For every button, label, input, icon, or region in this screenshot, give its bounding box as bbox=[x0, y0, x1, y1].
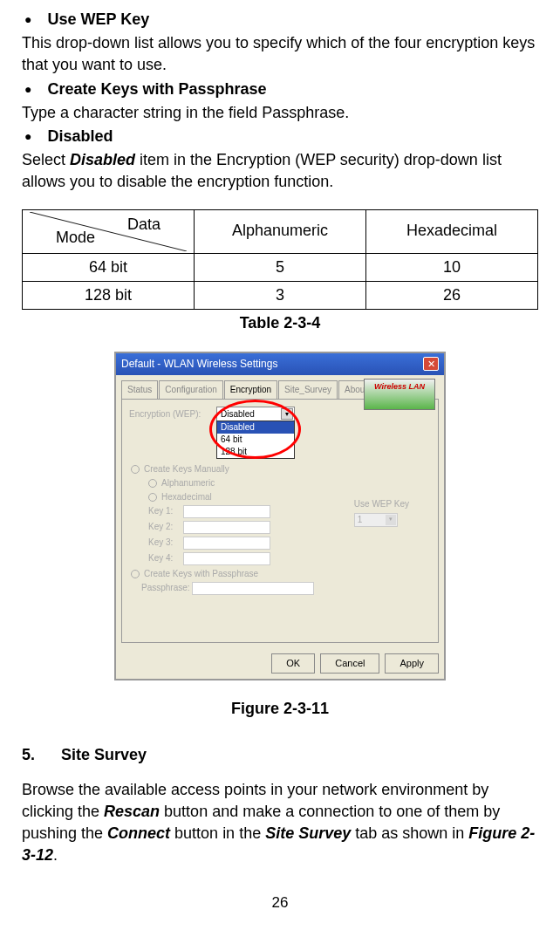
tab-site-survey[interactable]: Site_Survey bbox=[278, 380, 338, 399]
bold-text: Site Survey bbox=[265, 824, 351, 842]
key-label: Key 2: bbox=[148, 521, 183, 533]
table-row: 128 bit 3 26 bbox=[23, 281, 538, 309]
section-heading: 5.Site Survey bbox=[22, 744, 538, 766]
key1-input[interactable] bbox=[183, 505, 270, 518]
section-title: Site Survey bbox=[61, 746, 147, 763]
bold-text: Rescan bbox=[104, 803, 160, 820]
logo-text: Wireless LAN bbox=[374, 382, 425, 391]
tab-status[interactable]: Status bbox=[121, 380, 158, 399]
bold-italic-text: Disabled bbox=[70, 151, 135, 168]
use-wep-label: Use WEP Key bbox=[354, 498, 409, 510]
tabs-row: Status Configuration Encryption Site_Sur… bbox=[116, 375, 444, 399]
key3-row: Key 3: bbox=[148, 537, 431, 550]
table-row: 64 bit 5 10 bbox=[23, 253, 538, 281]
table-cell: 64 bit bbox=[23, 253, 195, 281]
body-text: Type a character string in the field Pas… bbox=[22, 102, 538, 124]
bullet-title: Use WEP Key bbox=[47, 9, 149, 31]
radio-passphrase[interactable]: Create Keys with Passphrase bbox=[131, 568, 431, 580]
use-wep-key-section: Use WEP Key 1 ▾ bbox=[354, 498, 409, 527]
svg-line-0 bbox=[30, 212, 187, 251]
text: . bbox=[53, 846, 58, 864]
bold-text: Connect bbox=[107, 824, 170, 842]
table-header: Hexadecimal bbox=[366, 209, 538, 253]
key4-row: Key 4: bbox=[148, 552, 431, 565]
red-highlight-circle bbox=[209, 400, 301, 459]
table-cell: 3 bbox=[195, 281, 366, 309]
radio-label: Alphanumeric bbox=[161, 477, 215, 489]
select-value: 1 bbox=[358, 515, 363, 524]
radio-alphanumeric[interactable]: Alphanumeric bbox=[148, 477, 431, 489]
key2-input[interactable] bbox=[183, 521, 270, 534]
ok-button[interactable]: OK bbox=[271, 653, 315, 674]
bullet-dot: ● bbox=[24, 79, 31, 100]
tab-encryption[interactable]: Encryption bbox=[224, 380, 277, 399]
use-wep-select[interactable]: 1 ▾ bbox=[354, 513, 398, 527]
key-label: Key 4: bbox=[148, 552, 183, 564]
radio-create-manual[interactable]: Create Keys Manually bbox=[131, 463, 431, 475]
text: Select bbox=[22, 151, 70, 168]
section-number: 5. bbox=[22, 746, 35, 763]
apply-button[interactable]: Apply bbox=[385, 653, 439, 674]
bullet-item-disabled: ● Disabled bbox=[22, 126, 538, 147]
tab-configuration[interactable]: Configuration bbox=[159, 380, 222, 399]
radio-label: Create Keys with Passphrase bbox=[144, 568, 258, 580]
chevron-down-icon: ▾ bbox=[386, 515, 396, 525]
passphrase-input[interactable] bbox=[192, 582, 314, 595]
radio-icon bbox=[148, 479, 157, 488]
key-label: Key 3: bbox=[148, 537, 183, 549]
wireless-lan-logo: Wireless LAN bbox=[364, 379, 435, 410]
radio-label: Hexadecimal bbox=[161, 491, 212, 503]
radio-label: Create Keys Manually bbox=[144, 463, 229, 475]
bullet-title: Disabled bbox=[47, 126, 113, 147]
table-caption: Table 2-3-4 bbox=[22, 312, 538, 334]
bullet-dot: ● bbox=[24, 126, 31, 147]
window-title: Default - WLAN Wireless Settings bbox=[121, 357, 277, 372]
key4-input[interactable] bbox=[183, 552, 270, 565]
bullet-title: Create Keys with Passphrase bbox=[47, 79, 266, 100]
text: tab as shown in bbox=[351, 824, 468, 842]
body-text: Select Disabled item in the Encryption (… bbox=[22, 149, 538, 193]
header-data-label: Data bbox=[127, 214, 160, 236]
radio-icon bbox=[148, 493, 157, 502]
diagonal-line-icon bbox=[30, 212, 187, 251]
passphrase-row: Passphrase: bbox=[141, 582, 431, 595]
figure-caption: Figure 2-3-11 bbox=[22, 698, 538, 720]
encryption-panel: Encryption (WEP): Disabled ▾ Disabled 64… bbox=[121, 399, 439, 643]
page-number: 26 bbox=[22, 892, 538, 913]
table-cell: 128 bit bbox=[23, 281, 195, 309]
cancel-button[interactable]: Cancel bbox=[320, 653, 379, 674]
wlan-settings-window: Default - WLAN Wireless Settings ✕ Statu… bbox=[114, 352, 446, 680]
radio-icon bbox=[131, 465, 140, 474]
passphrase-label: Passphrase: bbox=[141, 582, 192, 594]
table-header: Alphanumeric bbox=[195, 209, 366, 253]
body-text: This drop-down list allows you to specif… bbox=[22, 32, 538, 76]
key3-input[interactable] bbox=[183, 537, 270, 550]
close-button[interactable]: ✕ bbox=[423, 357, 439, 371]
table-cell: 5 bbox=[195, 253, 366, 281]
encryption-label: Encryption (WEP): bbox=[129, 408, 216, 421]
encryption-field-row: Encryption (WEP): Disabled ▾ Disabled 64… bbox=[129, 407, 431, 422]
bullet-item-create-keys: ● Create Keys with Passphrase bbox=[22, 79, 538, 100]
text: button in the bbox=[170, 824, 265, 842]
table-header-diagonal: Data Mode bbox=[23, 209, 195, 253]
window-titlebar: Default - WLAN Wireless Settings ✕ bbox=[116, 353, 444, 375]
section-body: Browse the available access points in yo… bbox=[22, 779, 538, 867]
table-cell: 10 bbox=[366, 253, 538, 281]
bullet-dot: ● bbox=[24, 9, 31, 31]
bullet-item-use-wep: ● Use WEP Key bbox=[22, 9, 538, 31]
key-label: Key 1: bbox=[148, 505, 183, 517]
encryption-dropdown-wrap: Disabled ▾ Disabled 64 bit 128 bit bbox=[216, 407, 295, 422]
radio-icon bbox=[131, 570, 140, 578]
header-mode-label: Mode bbox=[56, 227, 95, 249]
button-row: OK Cancel Apply bbox=[116, 648, 444, 679]
wep-table: Data Mode Alphanumeric Hexadecimal 64 bi… bbox=[22, 209, 538, 310]
table-cell: 26 bbox=[366, 281, 538, 309]
